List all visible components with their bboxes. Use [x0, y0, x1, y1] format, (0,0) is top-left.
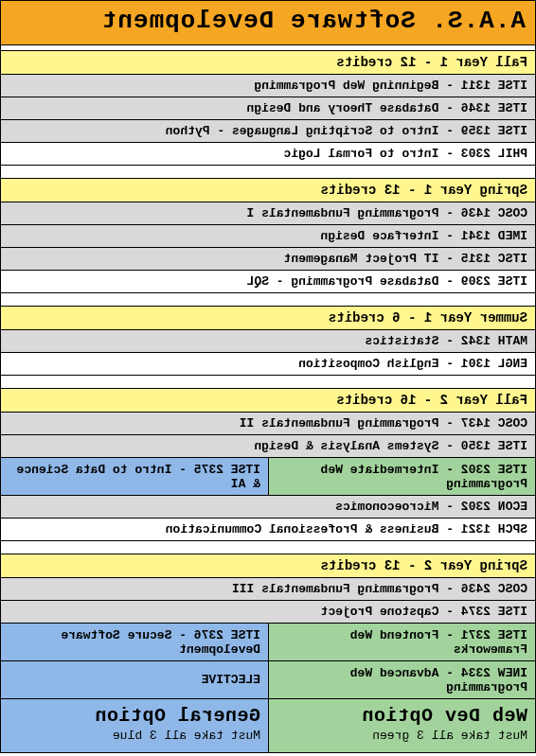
course-row: ECON 2302 - Microeconomics: [1, 496, 535, 519]
course-row: COSC 1437 - Programming Fundamentals II: [1, 413, 535, 435]
course-row: PHIL 2303 - Intro to Formal Logic: [1, 143, 535, 166]
course-row: COSC 1436 - Programming Fundamentals I: [1, 202, 535, 225]
semester-header: Fall Year 2 - 16 credits: [1, 389, 535, 413]
course-row: ITSE 1346 - Database Theory and Design: [1, 97, 535, 120]
course-row: MATH 1342 - Statistics: [1, 330, 535, 353]
course-row: ITSE 1350 - Systems Analysis & Design: [1, 435, 535, 458]
option-split-row: ITSE 2302 - Intermediate Web Programming…: [1, 458, 535, 496]
spacer: [1, 376, 535, 389]
course-row: COSC 2436 - Programming Fundamentals III: [1, 578, 535, 601]
general-option: General Option Must take all 3 blue: [1, 699, 268, 752]
option-split-row: INEW 2334 - Advanced Web Programming ELE…: [1, 661, 535, 699]
course-row: ITSE 1311 - Beginning Web Programming: [1, 75, 535, 97]
course-row: ITSC 1315 - IT Project Management: [1, 248, 535, 271]
semester-header: Fall Year 1 - 12 credits: [1, 51, 535, 75]
general-course: ITSE 2375 - Intro to Data Science & AI: [1, 458, 268, 496]
semester-header: Spring Year 1 - 13 credits: [1, 179, 535, 202]
semester-header: Spring Year 2 - 13 credits: [1, 554, 535, 578]
option-subtitle: Must take all 3 green: [277, 729, 527, 743]
semester-header: Summer Year 1 - 6 credits: [1, 307, 535, 330]
course-row: SPCH 1321 - Business & Professional Comm…: [1, 519, 535, 541]
webdev-course: ITSE 2371 - Frontend Web Frameworks: [268, 624, 535, 661]
course-row: ENGL 1301 - English Composition: [1, 353, 535, 376]
webdev-course: INEW 2334 - Advanced Web Programming: [268, 661, 535, 699]
option-title: General Option: [9, 705, 260, 727]
general-course: ITSE 2376 - Secure Software Development: [1, 624, 268, 661]
degree-plan: A.A.S. Software Development Fall Year 1 …: [0, 0, 536, 753]
spacer: [1, 166, 535, 179]
option-title: Web Dev Option: [277, 705, 527, 727]
general-course: ELECTIVE: [1, 661, 268, 699]
spacer: [1, 293, 535, 307]
options-footer: Web Dev Option Must take all 3 green Gen…: [1, 699, 535, 752]
course-row: ITSE 1359 - Intro to Scripting Languages…: [1, 120, 535, 143]
course-row: IMED 1341 - Interface Design: [1, 225, 535, 248]
spacer: [1, 541, 535, 554]
webdev-course: ITSE 2302 - Intermediate Web Programming: [268, 458, 535, 496]
webdev-option: Web Dev Option Must take all 3 green: [268, 699, 535, 752]
course-row: ITSE 2309 - Database Programming - SQL: [1, 271, 535, 293]
option-split-row: ITSE 2371 - Frontend Web Frameworks ITSE…: [1, 624, 535, 661]
option-subtitle: Must take all 3 blue: [9, 729, 260, 743]
course-row: ITSE 2374 - Capstone Project: [1, 601, 535, 624]
page-title: A.A.S. Software Development: [1, 1, 535, 45]
